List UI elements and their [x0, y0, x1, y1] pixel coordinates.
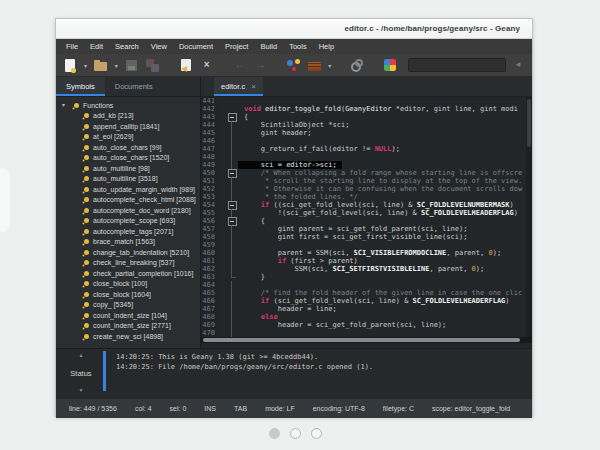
symbol-check_partial_completion[interactable]: check_partial_completion [1016] — [56, 268, 200, 279]
vertical-scrollbar[interactable] — [526, 97, 532, 337]
menu-item-help[interactable]: Help — [313, 39, 340, 54]
tab-scroll-down-icon[interactable]: ▼ — [79, 388, 84, 393]
symbol-autocomplete_scope[interactable]: autocomplete_scope [693] — [56, 216, 200, 227]
code-line-463[interactable]: 463 } — [201, 273, 532, 281]
code-line-446[interactable]: 446 — [201, 137, 532, 145]
symbol-append_calltip[interactable]: append_calltip [1841] — [56, 121, 200, 132]
tab-scroll-up-icon[interactable]: ▲ — [79, 353, 84, 358]
code-line-452[interactable]: 452 * Otherwise it can be confusing when… — [201, 185, 532, 193]
revert-button[interactable] — [177, 56, 195, 74]
code-line-457[interactable]: 457 gint parent = sci_get_fold_parent(sc… — [201, 225, 532, 233]
tab-editor-c[interactable]: editor.c × — [214, 77, 263, 96]
code-line-442[interactable]: 442void editor_toggle_fold(GeanyEditor *… — [201, 105, 532, 113]
hscroll-thumb[interactable] — [203, 338, 520, 342]
symbol-brace_match[interactable]: brace_match [1563] — [56, 237, 200, 248]
code-line-447[interactable]: 447 g_return_if_fail(editor != NULL); — [201, 145, 532, 153]
nav-back-button[interactable]: ← — [231, 56, 249, 74]
tab-status[interactable]: Status — [70, 369, 91, 378]
menu-item-view[interactable]: View — [145, 39, 173, 54]
code-line-464[interactable]: 464 — [201, 281, 532, 289]
execute-button[interactable] — [348, 56, 366, 74]
code-line-441[interactable]: 441 — [201, 97, 532, 105]
code-line-449[interactable]: 449 sci = editor->sci; — [201, 161, 532, 169]
symbol-auto_close_chars[interactable]: auto_close_chars [99] — [56, 142, 200, 153]
compile-button[interactable] — [284, 56, 302, 74]
symbol-autocomplete_doc_word[interactable]: autocomplete_doc_word [2180] — [56, 205, 200, 216]
code-line-470[interactable]: 470 — [201, 329, 532, 337]
code-line-448[interactable]: 448 — [201, 153, 532, 161]
symbol-add_kb[interactable]: add_kb [213] — [56, 111, 200, 122]
carousel-dot-1[interactable] — [269, 428, 280, 439]
code-line-455[interactable]: 455 !(sci_get_fold_level(sci, line) & SC… — [201, 209, 532, 217]
new-file-dropdown-icon[interactable]: ▾ — [82, 62, 89, 69]
code-line-456[interactable]: 456 { — [201, 217, 532, 225]
code-line-461[interactable]: 461 if (first > parent) — [201, 257, 532, 265]
symbol-auto_multiline[interactable]: auto_multiline [3518] — [56, 174, 200, 185]
code-line-465[interactable]: 465 /* find the fold header of the given… — [201, 289, 532, 297]
code-line-462[interactable]: 462 SSM(sci, SCI_SETFIRSTVISIBLELINE, pa… — [201, 265, 532, 273]
symbol-autocomplete_tags[interactable]: autocomplete_tags [2071] — [56, 226, 200, 237]
symbol-at_eol[interactable]: at_eol [2629] — [56, 132, 200, 143]
open-file-dropdown-icon[interactable]: ▾ — [113, 62, 120, 69]
carousel-dot-2[interactable] — [290, 428, 301, 439]
fold-collapse-icon[interactable] — [226, 113, 238, 121]
save-all-button[interactable] — [144, 56, 162, 74]
code-line-444[interactable]: 444 ScintillaObject *sci; — [201, 121, 532, 129]
menu-item-search[interactable]: Search — [109, 39, 145, 54]
code-line-467[interactable]: 467 header = line; — [201, 305, 532, 313]
code-line-450[interactable]: 450 /* When collapsing a fold range whos… — [201, 169, 532, 177]
tab-documents[interactable]: Documents — [105, 77, 163, 96]
symbol-close_block[interactable]: close_block [1604] — [56, 289, 200, 300]
editor-area[interactable]: 441442void editor_toggle_fold(GeanyEdito… — [201, 97, 532, 348]
carousel-dot-3[interactable] — [311, 428, 322, 439]
menu-item-project[interactable]: Project — [219, 39, 254, 54]
symbol-auto_close_chars[interactable]: auto_close_chars [1520] — [56, 153, 200, 164]
fold-collapse-icon[interactable] — [226, 169, 238, 177]
tab-close-icon[interactable]: × — [251, 83, 256, 91]
jump-to-button[interactable]: ◄ — [509, 56, 527, 74]
code-line-453[interactable]: 453 * the folded lines. */ — [201, 193, 532, 201]
code-line-466[interactable]: 466 if (sci_get_fold_level(sci, line) & … — [201, 297, 532, 305]
save-button[interactable] — [123, 56, 141, 74]
build-button[interactable] — [305, 56, 323, 74]
code-line-469[interactable]: 469 header = sci_get_fold_parent(sci, li… — [201, 321, 532, 329]
symbol-count_indent_size[interactable]: count_indent_size [104] — [56, 310, 200, 321]
color-chooser-button[interactable] — [381, 56, 399, 74]
symbol-copy_[interactable]: copy_ [5345] — [56, 300, 200, 311]
fold-collapse-icon[interactable] — [226, 217, 238, 225]
code-line-459[interactable]: 459 — [201, 241, 532, 249]
code-line-443[interactable]: 443{ — [201, 113, 532, 121]
menu-item-build[interactable]: Build — [254, 39, 283, 54]
code-line-458[interactable]: 458 gint first = sci_get_first_visible_l… — [201, 233, 532, 241]
toolbar-search-input[interactable] — [408, 58, 506, 72]
close-file-button[interactable]: × — [198, 56, 216, 74]
new-file-button[interactable] — [61, 56, 79, 74]
symbol-create_new_sci[interactable]: create_new_sci [4898] — [56, 331, 200, 342]
tree-root-functions[interactable]: ▾ Functions — [56, 100, 200, 111]
symbol-auto_multiline[interactable]: auto_multiline [98] — [56, 163, 200, 174]
menu-item-file[interactable]: File — [60, 39, 84, 54]
menu-item-edit[interactable]: Edit — [84, 39, 109, 54]
nav-forward-button[interactable]: → — [251, 56, 269, 74]
code-line-460[interactable]: 460 parent = SSM(sci, SCI_VISIBLEFROMDOC… — [201, 249, 532, 257]
expander-icon[interactable]: ▾ — [62, 102, 70, 108]
symbol-check_line_breaking[interactable]: check_line_breaking [537] — [56, 258, 200, 269]
titlebar[interactable]: editor.c - /home/ban/progs/geany/src - G… — [56, 19, 532, 39]
code-line-451[interactable]: 451 * scroll the starting line to displa… — [201, 177, 532, 185]
symbol-count_indent_size[interactable]: count_indent_size [2771] — [56, 321, 200, 332]
tab-symbols[interactable]: Symbols — [56, 77, 105, 96]
code-line-468[interactable]: 468 else — [201, 313, 532, 321]
symbol-auto_update_margin_width[interactable]: auto_update_margin_width [989] — [56, 184, 200, 195]
code-line-454[interactable]: 454 if ((sci_get_fold_level(sci, line) &… — [201, 201, 532, 209]
open-file-button[interactable] — [92, 56, 110, 74]
menu-item-document[interactable]: Document — [173, 39, 219, 54]
horizontal-scrollbar[interactable] — [201, 337, 532, 343]
build-dropdown-icon[interactable]: ▾ — [326, 62, 333, 69]
symbol-close_block[interactable]: close_block [100] — [56, 279, 200, 290]
menu-item-tools[interactable]: Tools — [283, 39, 313, 54]
vscroll-thumb[interactable] — [527, 99, 531, 147]
code-line-445[interactable]: 445 gint header; — [201, 129, 532, 137]
symbol-change_tab_indentation[interactable]: change_tab_indentation [5210] — [56, 247, 200, 258]
symbol-autocomplete_check_html[interactable]: autocomplete_check_html [2088] — [56, 195, 200, 206]
fold-collapse-icon[interactable] — [226, 201, 238, 209]
